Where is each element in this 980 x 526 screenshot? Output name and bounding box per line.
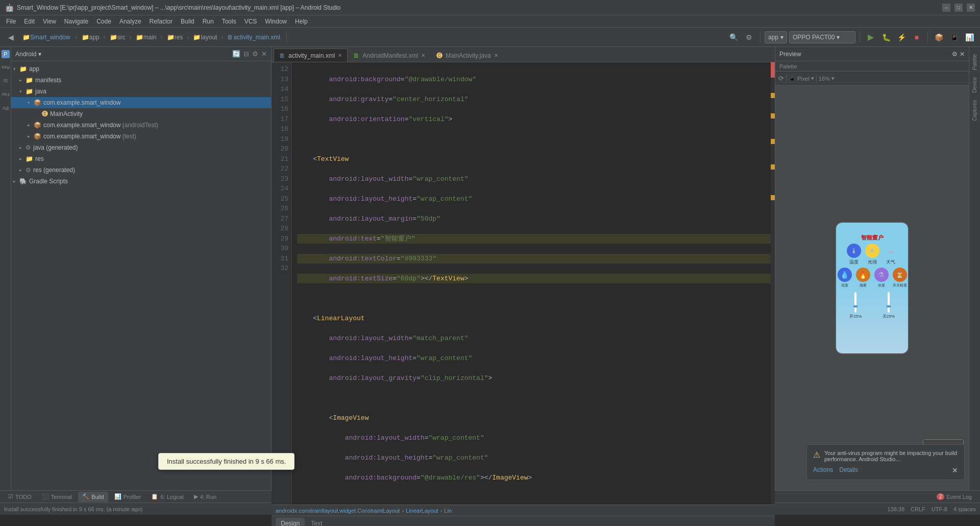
project-panel-icon[interactable]: P — [2, 50, 10, 58]
phone-sliders: 开25% 关25% — [839, 292, 905, 319]
avd-manager-icon[interactable]: 📱 — [947, 31, 961, 44]
menu-file[interactable]: File — [2, 15, 20, 27]
tree-item-pkg-androidtest[interactable]: ▸ 📦 com.example.smart_window (androidTes… — [11, 119, 271, 131]
light-label: 光强 — [868, 259, 877, 266]
code-line-16: <TextView — [297, 154, 771, 164]
device-dropdown[interactable]: OPPO PACT00 ▾ — [789, 31, 855, 43]
device-icon: 📱 — [789, 75, 796, 82]
tree-item-app[interactable]: ▾ 📁 app — [11, 63, 271, 75]
menu-window[interactable]: Window — [261, 15, 291, 27]
layout-captures-tab[interactable]: Captures — [971, 97, 978, 124]
menu-refactor[interactable]: Refactor — [145, 15, 177, 27]
resource-manager-tab[interactable]: Res — [0, 64, 13, 71]
menu-build[interactable]: Build — [177, 15, 199, 27]
preview-title: Preview — [779, 51, 801, 58]
preview-settings-icon[interactable]: ⚙ — [952, 51, 958, 58]
search-icon[interactable]: 🔍 — [727, 31, 741, 44]
menu-code[interactable]: Code — [92, 15, 115, 27]
tree-item-res[interactable]: ▸ 📁 res — [11, 153, 271, 164]
java-gen-label: java (generated) — [33, 144, 78, 151]
tree-item-pkg-test[interactable]: ▸ 📦 com.example.smart_window (test) — [11, 131, 271, 142]
tree-item-manifests[interactable]: ▸ 📁 manifests — [11, 75, 271, 86]
apply-changes-icon[interactable]: ⚡ — [895, 31, 908, 44]
res-breadcrumb[interactable]: 📁 res — [165, 31, 185, 44]
menu-run[interactable]: Run — [199, 15, 218, 27]
stop-button[interactable]: ■ — [910, 31, 923, 44]
temp-icon-circle: 🌡 — [847, 244, 861, 258]
preview-content: 智能窗户 🌡 温度 ☀ 光强 ☁ 天气 — [775, 86, 969, 490]
tab-run[interactable]: ▶ 4: Run — [190, 492, 220, 502]
event-log-btn[interactable]: 2 Event Log — [933, 493, 976, 500]
settings-toolbar-icon[interactable]: ⚙ — [743, 31, 756, 44]
preview-device-dropdown[interactable]: 📱 Pixel ▾ — [789, 75, 814, 82]
file-breadcrumb[interactable]: 🗎 activity_main.xml — [225, 31, 282, 44]
res-gen-icon: ⚙ — [26, 166, 31, 174]
layout-breadcrumb[interactable]: 📁 layout — [191, 31, 219, 44]
tab-todo[interactable]: ☑ TODO — [4, 492, 36, 502]
favorites-tab[interactable]: Fav — [0, 90, 12, 98]
device-file-explorer-tab[interactable]: Device — [971, 74, 978, 96]
sync-icon[interactable]: 🔄 — [232, 50, 240, 58]
tree-item-java[interactable]: ▾ 📁 java — [11, 86, 271, 97]
smart-window-breadcrumb[interactable]: 📁 Smart_window — [19, 31, 74, 44]
text-tab[interactable]: Text — [306, 518, 327, 527]
maximize-button[interactable]: □ — [954, 4, 963, 12]
profiler-icon[interactable]: 📊 — [963, 31, 976, 44]
project-view-dropdown[interactable]: Android ▾ — [15, 51, 41, 58]
code-content[interactable]: android:background="@drawable/window" an… — [292, 62, 771, 505]
sdk-manager-icon[interactable]: 📦 — [932, 31, 945, 44]
vertical-scrollbar[interactable] — [771, 62, 775, 505]
tab-androidmanifest[interactable]: 🗎 AndroidManifest.xml ✕ — [348, 49, 431, 62]
close-button[interactable]: ✕ — [967, 4, 975, 12]
run-label: 4: Run — [200, 494, 216, 500]
menu-tools[interactable]: Tools — [218, 15, 240, 27]
structure-tab[interactable]: St — [0, 77, 11, 84]
scroll-marker-6 — [771, 195, 775, 200]
build-variants-tab[interactable]: BV — [0, 105, 12, 112]
tab-activity-main-close[interactable]: ✕ — [338, 53, 342, 58]
details-link[interactable]: Details — [839, 466, 858, 474]
menu-help[interactable]: Help — [291, 15, 312, 27]
tab-profiler[interactable]: 📊 Profiler — [110, 492, 145, 502]
collapse-all-icon[interactable]: ⊟ — [243, 50, 249, 58]
menu-navigate[interactable]: Navigate — [60, 15, 92, 27]
logcat-icon: 📋 — [151, 493, 158, 500]
menu-analyze[interactable]: Analyze — [115, 15, 145, 27]
tree-item-java-gen[interactable]: ▸ ⚙ java (generated) — [11, 142, 271, 153]
tree-item-main-activity[interactable]: 🅒 MainActivity — [11, 108, 271, 119]
gear-icon[interactable]: ⚙ — [252, 50, 258, 58]
app-breadcrumb[interactable]: 📁 app — [80, 31, 102, 44]
back-nav-icon[interactable]: ◀ — [4, 31, 17, 44]
preview-close-icon[interactable]: ✕ — [960, 51, 965, 58]
menu-view[interactable]: View — [39, 15, 60, 27]
tab-terminal[interactable]: ⬛ Terminal — [38, 492, 77, 502]
slider-bar-open — [854, 292, 856, 313]
preview-zoom-dropdown[interactable]: 16% ▾ — [819, 75, 835, 82]
tab-mainactivity[interactable]: 🅒 MainActivity.java ✕ — [431, 49, 503, 62]
tree-item-res-gen[interactable]: ▸ ⚙ res (generated) — [11, 164, 271, 176]
tree-item-gradle[interactable]: ▸ 🐘 Gradle Scripts — [11, 176, 271, 187]
design-tab[interactable]: Design — [276, 518, 305, 527]
menu-vcs[interactable]: VCS — [240, 15, 261, 27]
tree-arrow-pkg-test: ▸ — [28, 134, 34, 139]
src-breadcrumb[interactable]: 📁 src — [108, 31, 128, 44]
palette-sidebar-tab[interactable]: Palette — [971, 51, 978, 73]
tree-item-pkg-main[interactable]: ▾ 📦 com.example.smart_window — [11, 97, 271, 108]
debug-button[interactable]: 🐛 — [879, 31, 893, 44]
run-button[interactable]: ▶ — [864, 31, 877, 44]
tab-androidmanifest-close[interactable]: ✕ — [421, 53, 425, 58]
actions-link[interactable]: Actions — [813, 466, 833, 474]
menu-edit[interactable]: Edit — [20, 15, 39, 27]
tab-build[interactable]: 🔨 Build — [78, 492, 108, 502]
minimize-button[interactable]: – — [942, 4, 950, 12]
tab-activity-main[interactable]: 🗎 activity_main.xml ✕ — [274, 49, 348, 62]
run-config-dropdown[interactable]: app ▾ — [765, 31, 787, 43]
phone-icon-humidity: 💧 湿度 — [838, 268, 852, 288]
tab-logcat[interactable]: 📋 6: Logcat — [147, 492, 187, 502]
antivirus-close-icon[interactable]: ✕ — [952, 466, 958, 474]
tab-mainactivity-close[interactable]: ✕ — [494, 53, 498, 58]
phone-icon-weather: ☁ 天气 — [884, 244, 898, 266]
close-panel-icon[interactable]: ✕ — [261, 50, 267, 58]
main-breadcrumb[interactable]: 📁 main — [134, 31, 159, 44]
preview-orient-icon[interactable]: ⟳ — [778, 75, 784, 82]
